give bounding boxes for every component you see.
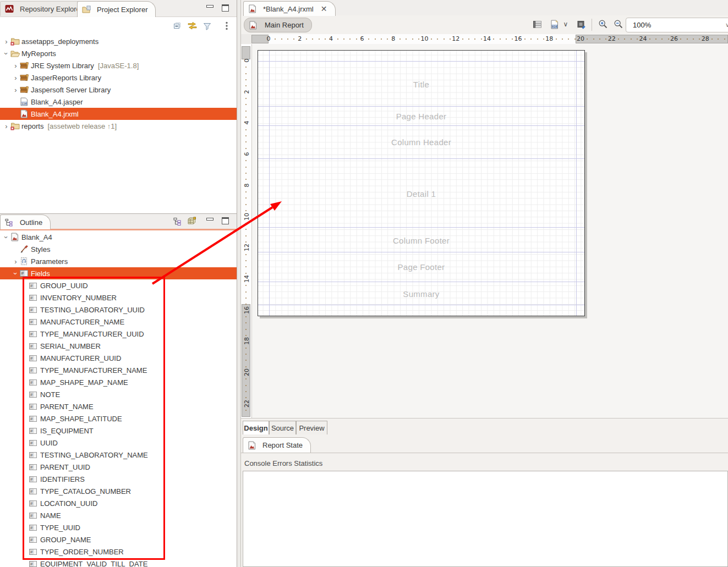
zoom-out-icon[interactable]	[613, 19, 624, 30]
outline-tree-item[interactable]: #NAME	[0, 509, 237, 521]
jrxml-report-icon	[248, 4, 259, 13]
ruler-label: 6	[360, 35, 364, 42]
ruler-tick	[593, 38, 594, 40]
outline-tree-item[interactable]: #NOTE	[0, 388, 237, 400]
editor-tab-blank-a4[interactable]: *Blank_A4.jrxml ✕	[243, 1, 336, 16]
band-separator[interactable]	[258, 158, 584, 159]
outline-icon	[5, 218, 16, 227]
minimize-view-button[interactable]	[205, 3, 215, 12]
collapse-all-icon[interactable]	[172, 21, 183, 31]
field-icon: #	[29, 476, 40, 482]
outline-tree-item[interactable]: #GROUP_NAME	[0, 533, 237, 546]
outline-tree-item[interactable]: #MAP_SHAPE_LATITUDE	[0, 412, 237, 425]
chevron-down-icon[interactable]: ∨	[561, 20, 570, 29]
outline-tree-item[interactable]: #LOCATION_UUID	[0, 497, 237, 509]
main-report-button[interactable]: Main Report	[244, 18, 312, 32]
outline-tree-item[interactable]: #MANUFACTURER_UUID	[0, 352, 237, 364]
band-separator[interactable]	[258, 125, 584, 126]
report-state-console[interactable]	[243, 471, 728, 567]
outline-tree-item[interactable]: #PARENT_UUID	[0, 461, 237, 473]
outline-tree-item[interactable]: #PARENT_NAME	[0, 400, 237, 412]
tab-design[interactable]: Design	[243, 421, 269, 434]
outline-tree-item[interactable]: #MANUFACTURER_NAME	[0, 316, 237, 328]
project-tree-item[interactable]: ›reports[assetweb release ↑1]	[0, 120, 237, 132]
project-tree-item[interactable]: ›MyReports	[0, 47, 237, 59]
tab-report-state[interactable]: Report State	[243, 437, 311, 453]
close-icon[interactable]: ✕	[321, 4, 327, 13]
page-format-icon[interactable]	[576, 19, 587, 29]
band-separator[interactable]	[258, 252, 584, 252]
expander-icon[interactable]: ›	[2, 123, 10, 130]
link-with-editor-icon[interactable]	[186, 21, 198, 31]
project-tree-item[interactable]: ›JRE System Library[JavaSE-1.8]	[0, 59, 237, 71]
project-tree-item[interactable]: ›JasperReports Library	[0, 71, 237, 84]
ruler-label: 12	[452, 35, 459, 42]
filter-icon[interactable]	[201, 21, 212, 31]
maximize-view-button[interactable]	[220, 216, 230, 225]
outline-tree-item[interactable]: ›Blank_A4	[0, 231, 237, 243]
outline-tree-item[interactable]: #INVENTORY_NUMBER	[0, 291, 237, 304]
outline-tree-item[interactable]: #TYPE_CATALOG_NUMBER	[0, 485, 237, 497]
band-separator[interactable]	[258, 227, 584, 228]
project-tree-item[interactable]: ›assetapps_deployments	[0, 35, 237, 47]
band-separator[interactable]	[258, 282, 584, 282]
expander-icon[interactable]: ›	[12, 269, 19, 278]
outline-tree-item[interactable]: #SERIAL_NUMBER	[0, 340, 237, 352]
expander-icon[interactable]: ›	[12, 62, 20, 69]
outline-tree-mode-icon[interactable]	[172, 216, 183, 226]
band-separator[interactable]	[258, 106, 584, 107]
ruler-tick	[245, 354, 247, 355]
svg-text:#: #	[30, 537, 33, 542]
outline-tree-item[interactable]: #IDENTIFIERS	[0, 473, 237, 485]
outline-tree-item[interactable]: #EQUIPMENT_VALID_TILL_DATE	[0, 558, 237, 567]
outline-tree-item[interactable]: #TESTING_LABORATORY_UUID	[0, 304, 237, 316]
expander-icon[interactable]: ›	[12, 86, 20, 93]
outline-tree-item[interactable]: #TYPE_MANUFACTURER_UUID	[0, 328, 237, 340]
outline-tree-item[interactable]: #TYPE_MANUFACTURER_NAME	[0, 364, 237, 376]
project-tree-item[interactable]: Blank_A4.jrxml	[0, 108, 237, 120]
minimize-view-button[interactable]	[205, 216, 215, 225]
expander-icon[interactable]: ›	[12, 74, 20, 81]
tab-project-explorer[interactable]: Project Explorer	[77, 1, 156, 17]
tab-source[interactable]: Source	[269, 421, 296, 434]
xml-source-icon[interactable]: 010	[549, 19, 559, 30]
tree-item-label: TYPE_ORDER_NUMBER	[40, 548, 124, 556]
expander-icon[interactable]: ›	[12, 258, 20, 265]
outline-tree-item[interactable]: #TESTING_LABORATORY_NAME	[0, 449, 237, 461]
expander-icon[interactable]: ›	[3, 233, 10, 241]
ruler-label: 2	[298, 35, 302, 42]
field-icon: #	[29, 488, 40, 494]
outline-tree-item[interactable]: ›Parameters	[0, 255, 237, 267]
outline-tree-item[interactable]: #IS_EQUIPMENT	[0, 425, 237, 437]
zoom-in-icon[interactable]	[598, 19, 609, 30]
outline-panel: Outline ›Blank_A4Styles›Parameters›#Fiel…	[0, 213, 237, 567]
project-tree-item[interactable]: 110Blank_A4.jasper	[0, 96, 237, 108]
expander-icon[interactable]: ›	[2, 38, 10, 45]
outline-tree-item[interactable]: #UUID	[0, 437, 237, 449]
jasper-file-icon: 110	[20, 97, 31, 106]
project-tree-item[interactable]: ›Jaspersoft Server Library	[0, 84, 237, 96]
view-menu-icon[interactable]	[222, 21, 231, 31]
report-state-title: Report State	[262, 441, 303, 449]
band-separator[interactable]	[258, 61, 584, 62]
outline-tree-item[interactable]: #TYPE_UUID	[0, 521, 237, 533]
maximize-view-button[interactable]	[220, 3, 230, 12]
outline-tree-item[interactable]: #TYPE_ORDER_NUMBER	[0, 546, 237, 558]
tab-outline[interactable]: Outline	[0, 214, 51, 229]
outline-tree-item[interactable]: Styles	[0, 243, 237, 255]
ruler-label: 20	[242, 367, 251, 378]
svg-text:#: #	[30, 295, 33, 300]
outline-tree-item[interactable]: #GROUP_UUID	[0, 279, 237, 291]
tab-preview[interactable]: Preview	[296, 421, 327, 434]
report-state-status[interactable]: Console Errors Statistics	[244, 459, 322, 467]
band-visibility-icon[interactable]	[532, 19, 543, 29]
folder-open-icon	[10, 49, 21, 58]
report-page[interactable]: TitlePage HeaderColumn HeaderDetail 1Col…	[258, 50, 585, 316]
outline-tree-item[interactable]: ›#Fields	[0, 267, 237, 279]
zoom-level-combo[interactable]: 100% ∨	[626, 18, 728, 32]
expander-icon[interactable]: ›	[3, 49, 10, 58]
band-separator[interactable]	[258, 305, 584, 305]
panel-sash[interactable]	[237, 0, 241, 567]
outline-tree-item[interactable]: #MAP_SHAPE_MAP_NAME	[0, 376, 237, 388]
outline-designer-mode-icon[interactable]	[186, 216, 198, 226]
